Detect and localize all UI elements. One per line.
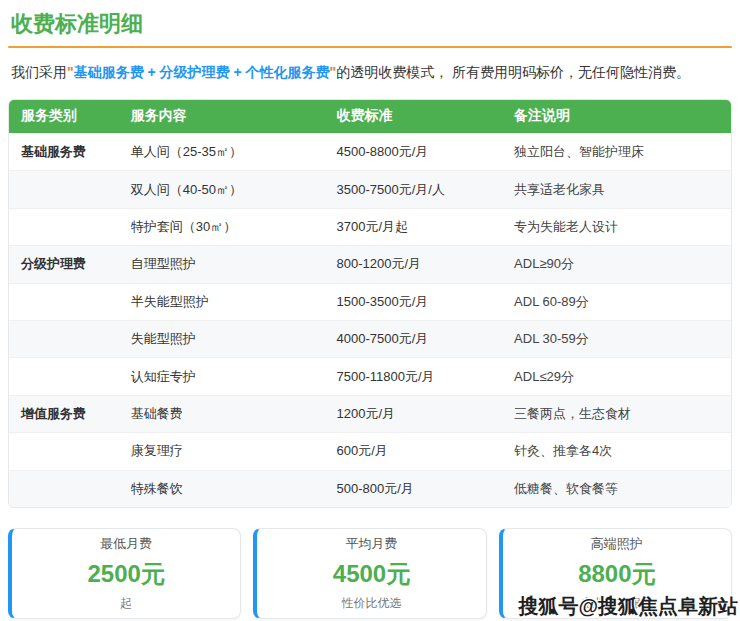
cell-content: 失能型照护 — [119, 330, 325, 348]
table-row: 失能型照护 4000-7500元/月 ADL 30-59分 — [9, 320, 731, 357]
cell-note: ADL≥90分 — [502, 255, 731, 273]
cell-price: 1500-3500元/月 — [325, 293, 503, 311]
cell-price: 3500-7500元/月/人 — [325, 181, 503, 199]
cell-note: ADL≤29分 — [502, 368, 731, 386]
table-row: 增值服务费 基础餐费 1200元/月 三餐两点，生态食材 — [9, 395, 731, 432]
card-label: 平均月费 — [345, 535, 397, 553]
card-subtext: 起 — [120, 595, 132, 612]
cell-content: 单人间（25-35㎡） — [119, 143, 325, 161]
cell-price: 4000-7500元/月 — [325, 330, 503, 348]
cell-price: 800-1200元/月 — [325, 255, 503, 273]
cell-price: 1200元/月 — [325, 405, 503, 423]
cell-note: ADL 60-89分 — [502, 293, 731, 311]
table-row: 特护套间（30㎡） 3700元/月起 专为失能老人设计 — [9, 208, 731, 245]
cell-note: 专为失能老人设计 — [502, 218, 731, 236]
card-value: 8800元 — [578, 558, 655, 590]
card-label: 最低月费 — [100, 535, 152, 553]
summary-card-average-fee: 平均月费 4500元 性价比优选 — [253, 528, 486, 619]
intro-prefix: 我们采用 — [11, 64, 67, 80]
intro-open-quote: " — [67, 64, 74, 80]
cell-note: 共享适老化家具 — [502, 181, 731, 199]
cell-content: 半失能型照护 — [119, 293, 325, 311]
cell-price: 600元/月 — [325, 442, 503, 460]
table-row: 特殊餐饮 500-800元/月 低糖餐、软食餐等 — [9, 470, 731, 507]
card-label: 高端照护 — [591, 535, 643, 553]
cell-content: 康复理疗 — [119, 442, 325, 460]
column-header-remarks: 备注说明 — [502, 107, 731, 125]
cell-category: 分级护理费 — [9, 255, 119, 273]
table-row: 康复理疗 600元/月 针灸、推拿各4次 — [9, 432, 731, 469]
table-row: 双人间（40-50㎡） 3500-7500元/月/人 共享适老化家具 — [9, 170, 731, 207]
table-row: 分级护理费 自理型照护 800-1200元/月 ADL≥90分 — [9, 245, 731, 282]
cell-content: 特殊餐饮 — [119, 480, 325, 498]
column-header-service-category: 服务类别 — [9, 107, 119, 125]
page-title: 收费标准明细 — [11, 11, 732, 37]
intro-suffix: 的透明收费模式， 所有费用明码标价，无任何隐性消费。 — [336, 64, 690, 80]
cell-note: ADL 30-59分 — [502, 330, 731, 348]
cell-note: 独立阳台、智能护理床 — [502, 143, 731, 161]
cell-content: 特护套间（30㎡） — [119, 218, 325, 236]
table-row: 半失能型照护 1500-3500元/月 ADL 60-89分 — [9, 283, 731, 320]
table-row: 基础服务费 单人间（25-35㎡） 4500-8800元/月 独立阳台、智能护理… — [9, 133, 731, 170]
content-region: 收费标准明细 我们采用"基础服务费 + 分级护理费 + 个性化服务费"的透明收费… — [0, 0, 740, 619]
column-header-fee-standard: 收费标准 — [325, 107, 503, 125]
card-value: 2500元 — [87, 558, 164, 590]
cell-content: 基础餐费 — [119, 405, 325, 423]
card-value: 4500元 — [333, 558, 410, 590]
table-row: 认知症专护 7500-11800元/月 ADL≤29分 — [9, 357, 731, 394]
summary-card-min-fee: 最低月费 2500元 起 — [8, 528, 241, 619]
title-divider — [8, 46, 732, 48]
intro-highlight: 基础服务费 + 分级护理费 + 个性化服务费 — [74, 64, 330, 80]
intro-text: 我们采用"基础服务费 + 分级护理费 + 个性化服务费"的透明收费模式， 所有费… — [11, 63, 732, 83]
cell-price: 500-800元/月 — [325, 480, 503, 498]
cell-category: 增值服务费 — [9, 405, 119, 423]
cell-note: 三餐两点，生态食材 — [502, 405, 731, 423]
card-subtext: 性价比优选 — [341, 595, 401, 612]
cell-note: 低糖餐、软食餐等 — [502, 480, 731, 498]
cell-category: 基础服务费 — [9, 143, 119, 161]
watermark: 搜狐号@搜狐焦点阜新站 — [518, 593, 738, 620]
cell-note: 针灸、推拿各4次 — [502, 442, 731, 460]
cell-price: 7500-11800元/月 — [325, 368, 503, 386]
cell-content: 双人间（40-50㎡） — [119, 181, 325, 199]
column-header-service-content: 服务内容 — [119, 107, 325, 125]
cell-content: 自理型照护 — [119, 255, 325, 273]
cell-content: 认知症专护 — [119, 368, 325, 386]
table-header-row: 服务类别 服务内容 收费标准 备注说明 — [9, 100, 731, 133]
pricing-table: 服务类别 服务内容 收费标准 备注说明 基础服务费 单人间（25-35㎡） 45… — [8, 99, 732, 508]
cell-price: 4500-8800元/月 — [325, 143, 503, 161]
cell-price: 3700元/月起 — [325, 218, 503, 236]
